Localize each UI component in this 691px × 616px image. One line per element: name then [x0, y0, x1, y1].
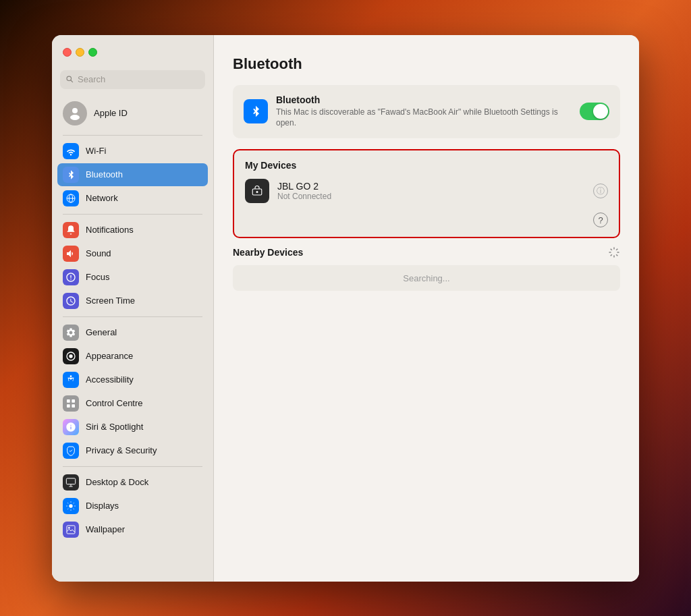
sidebar-item-general[interactable]: General [57, 321, 208, 344]
system-preferences-window: Search Apple ID [52, 35, 639, 582]
sidebar-item-label: Screen Time [86, 296, 135, 306]
apple-id-label: Apple ID [94, 108, 128, 118]
sidebar-item-controlcentre[interactable]: Control Centre [57, 392, 208, 415]
bluetooth-card-icon [244, 99, 268, 123]
bluetooth-card: Bluetooth This Mac is discoverable as "F… [233, 85, 620, 139]
sidebar-item-label: Wallpaper [86, 524, 125, 534]
maximize-button[interactable] [88, 48, 97, 57]
sidebar-item-siri[interactable]: Siri & Spotlight [57, 416, 208, 439]
bluetooth-icon [63, 167, 79, 183]
sidebar-item-wallpaper[interactable]: Wallpaper [57, 518, 208, 541]
sidebar-item-appearance[interactable]: Appearance [57, 345, 208, 368]
device-name: JBL GO 2 [277, 181, 585, 192]
sidebar-item-label: Network [86, 193, 118, 203]
sidebar-item-label: Wi-Fi [86, 146, 106, 156]
nearby-header: Nearby Devices [233, 246, 620, 258]
search-bar[interactable]: Search [60, 70, 205, 89]
sidebar-item-privacy[interactable]: Privacy & Security [57, 439, 208, 462]
sound-icon [63, 246, 79, 262]
loading-spinner [608, 246, 620, 258]
device-status: Not Connected [277, 192, 585, 201]
svg-rect-11 [72, 399, 75, 403]
svg-point-21 [256, 191, 258, 193]
nearby-devices-title: Nearby Devices [233, 247, 608, 258]
displays-icon [63, 498, 79, 514]
avatar [63, 101, 87, 125]
sidebar-item-bluetooth[interactable]: Bluetooth [57, 163, 208, 186]
sidebar-item-label: Displays [86, 501, 119, 511]
sidebar-item-notifications[interactable]: Notifications [57, 219, 208, 242]
svg-point-19 [68, 527, 70, 529]
close-button[interactable] [63, 48, 72, 57]
sidebar: Search Apple ID [52, 35, 214, 582]
person-icon [67, 105, 83, 121]
my-devices-title: My Devices [245, 160, 608, 171]
wallpaper-icon [63, 522, 79, 538]
sidebar-item-label: Appearance [86, 351, 133, 361]
focus-icon [63, 269, 79, 285]
sidebar-item-label: Control Centre [86, 398, 143, 408]
sidebar-item-label: Siri & Spotlight [86, 422, 143, 432]
searching-bar: Searching... [233, 265, 620, 291]
title-bar [52, 35, 213, 70]
screentime-icon [63, 293, 79, 309]
appearance-icon [63, 348, 79, 364]
divider-4 [63, 466, 202, 467]
desktop-icon [63, 474, 79, 491]
svg-rect-18 [67, 526, 75, 534]
toggle-knob [593, 104, 608, 119]
device-info-button[interactable]: ⓘ [593, 184, 608, 198]
sidebar-scroll: Apple ID Wi-Fi Blu [52, 96, 213, 582]
wifi-icon [63, 143, 79, 159]
svg-point-2 [72, 108, 78, 113]
searching-text: Searching... [403, 273, 449, 283]
bluetooth-toggle[interactable] [580, 103, 609, 120]
svg-rect-12 [67, 404, 70, 408]
controlcentre-icon [63, 395, 79, 412]
sidebar-item-sound[interactable]: Sound [57, 242, 208, 265]
bluetooth-card-desc: This Mac is discoverable as "Fawad's Mac… [276, 107, 572, 130]
svg-point-3 [70, 115, 80, 120]
help-button[interactable]: ? [593, 213, 608, 227]
sidebar-item-network[interactable]: Network [57, 187, 208, 210]
traffic-lights [63, 48, 97, 57]
svg-rect-13 [72, 404, 75, 408]
sidebar-item-apple-id[interactable]: Apple ID [57, 96, 208, 131]
device-icon [245, 179, 269, 203]
svg-rect-10 [67, 399, 70, 403]
sidebar-item-label: Notifications [86, 225, 134, 235]
bluetooth-info: Bluetooth This Mac is discoverable as "F… [276, 94, 572, 130]
divider-1 [63, 135, 202, 136]
bluetooth-card-title: Bluetooth [276, 94, 572, 105]
svg-point-17 [69, 504, 72, 507]
sidebar-item-wifi[interactable]: Wi-Fi [57, 140, 208, 163]
apple-id-text: Apple ID [94, 108, 128, 118]
search-placeholder: Search [78, 74, 105, 84]
sidebar-item-focus[interactable]: Focus [57, 266, 208, 289]
page-title: Bluetooth [233, 55, 620, 73]
sidebar-item-accessibility[interactable]: Accessibility [57, 368, 208, 391]
sidebar-item-label: Privacy & Security [86, 445, 157, 455]
divider-2 [63, 214, 202, 215]
svg-rect-14 [66, 478, 75, 484]
svg-line-1 [71, 80, 73, 82]
accessibility-icon [63, 372, 79, 388]
siri-icon [63, 419, 79, 435]
sidebar-item-label: Sound [86, 248, 111, 258]
minimize-button[interactable] [76, 48, 84, 57]
sidebar-item-label: Desktop & Dock [86, 477, 148, 487]
divider-3 [63, 316, 202, 317]
sidebar-item-screentime[interactable]: Screen Time [57, 289, 208, 312]
sidebar-item-label: Bluetooth [86, 169, 123, 179]
nearby-devices-section: Nearby Devices Searching... [233, 246, 620, 291]
my-devices-section: My Devices JBL GO 2 Not Connected ⓘ ? [233, 149, 620, 238]
notifications-icon [63, 222, 79, 238]
sidebar-item-desktop[interactable]: Desktop & Dock [57, 471, 208, 494]
svg-point-9 [70, 375, 72, 377]
network-icon [63, 190, 79, 206]
general-icon [63, 325, 79, 341]
bluetooth-row: Bluetooth This Mac is discoverable as "F… [244, 94, 609, 130]
privacy-icon [63, 443, 79, 459]
device-info: JBL GO 2 Not Connected [277, 181, 585, 201]
sidebar-item-displays[interactable]: Displays [57, 495, 208, 517]
